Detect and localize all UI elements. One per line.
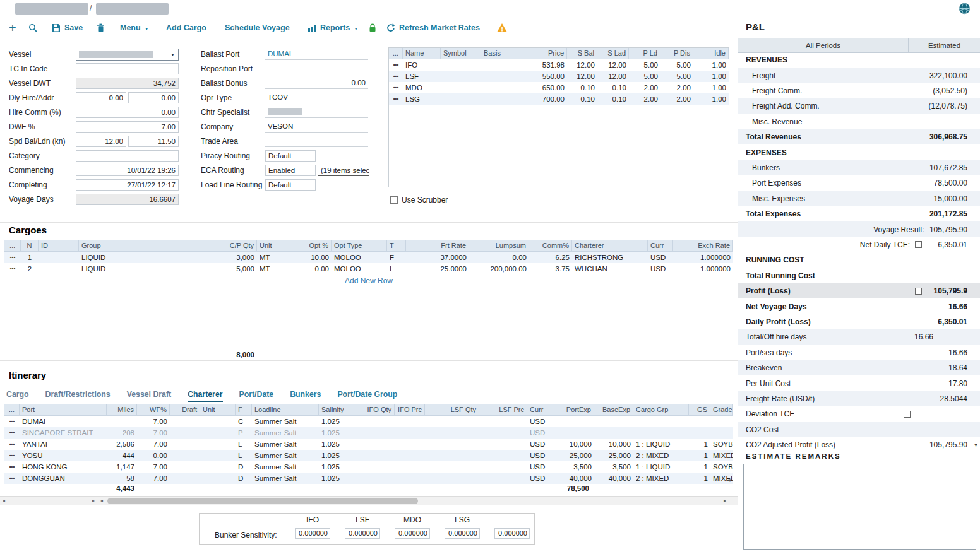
itinerary-row[interactable]: •••DUMAI7.00CSummer Salt1.025USD bbox=[4, 416, 733, 427]
hire-comm-field[interactable]: 0.00 bbox=[76, 107, 179, 118]
load-line-routing-field[interactable]: Default bbox=[265, 179, 316, 191]
row-menu-icon[interactable]: ••• bbox=[389, 71, 403, 82]
pnl-checkbox[interactable] bbox=[915, 241, 922, 248]
tab-port-date[interactable]: Port/Date bbox=[239, 390, 274, 402]
eca-routing-field[interactable]: Enabled bbox=[265, 165, 316, 176]
horizontal-scrollbar[interactable]: ◂ ▸ ◂ ▸ bbox=[0, 496, 738, 505]
scroll-down-icon[interactable]: ▼ bbox=[727, 478, 732, 483]
voyage-days-field[interactable]: 16.6607 bbox=[76, 194, 179, 205]
globe-icon[interactable] bbox=[959, 3, 971, 16]
bunker-grid-col-name[interactable]: Name bbox=[403, 48, 441, 59]
row-menu-icon[interactable]: ••• bbox=[389, 93, 403, 105]
sensitivity-value-field[interactable]: 0.000000 bbox=[445, 528, 480, 539]
scroll-right-icon[interactable]: ▸ bbox=[92, 498, 95, 504]
tc-in-code-field[interactable] bbox=[76, 63, 179, 74]
dly-hire-addr-field-2[interactable]: 0.00 bbox=[128, 92, 179, 103]
itin-table-col-port[interactable]: Port bbox=[20, 404, 107, 415]
vessel-dwt-field[interactable]: 34,752 bbox=[76, 78, 179, 89]
vessel-dropdown[interactable]: ▼ bbox=[76, 49, 179, 61]
tab-cargo[interactable]: Cargo bbox=[6, 390, 29, 402]
cargo-row[interactable]: •••2LIQUID5,000MT0.00MOLOOL25.0000200,00… bbox=[4, 263, 733, 274]
itin-table-col-[interactable]: ... bbox=[4, 404, 20, 415]
row-menu-icon[interactable]: ••• bbox=[4, 439, 20, 450]
row-menu-icon[interactable]: ••• bbox=[4, 252, 21, 263]
cargo-table-col-frt-rate[interactable]: Frt Rate bbox=[406, 240, 469, 251]
row-menu-icon[interactable]: ••• bbox=[4, 263, 21, 274]
trade-area-field[interactable] bbox=[265, 136, 368, 147]
bunker-grid-col-s-lad[interactable]: S Lad bbox=[597, 48, 629, 59]
pnl-estimated-header[interactable]: Estimated bbox=[909, 38, 980, 52]
itin-table-col-unit[interactable]: Unit bbox=[200, 404, 236, 415]
scroll-left-icon[interactable]: ◂ bbox=[100, 498, 103, 504]
search-button[interactable] bbox=[28, 18, 38, 38]
itin-table-col-f[interactable]: F bbox=[236, 404, 252, 415]
bunker-grid-col-idle[interactable]: Idle bbox=[693, 48, 729, 59]
sensitivity-value-field[interactable]: 0.000000 bbox=[395, 528, 430, 539]
spd-bal-ldn-kn-field-2[interactable]: 11.50 bbox=[128, 136, 179, 147]
itin-table-col-miles[interactable]: Miles bbox=[107, 404, 137, 415]
piracy-routing-field[interactable]: Default bbox=[265, 150, 316, 162]
bunker-row[interactable]: •••MDO650.000.100.102.002.001.00 bbox=[389, 82, 729, 93]
itin-table-col-grade[interactable]: Grade bbox=[710, 404, 733, 415]
breadcrumb-segment-redacted[interactable] bbox=[96, 3, 169, 15]
cargo-table-col-charterer[interactable]: Charterer bbox=[572, 240, 648, 251]
itin-table-col-ifo-prc[interactable]: IFO Prc bbox=[395, 404, 425, 415]
scroll-right-icon[interactable]: ▸ bbox=[724, 498, 726, 504]
delete-button[interactable] bbox=[97, 18, 105, 38]
row-menu-icon[interactable]: ••• bbox=[4, 416, 20, 427]
scroll-left-icon[interactable]: ◂ bbox=[3, 498, 5, 504]
bunker-grid-col-price[interactable]: Price bbox=[520, 48, 567, 59]
cargo-table-col-[interactable]: ... bbox=[4, 240, 21, 251]
tab-vessel-draft[interactable]: Vessel Draft bbox=[127, 390, 171, 402]
ballast-port-field[interactable]: DUMAI bbox=[265, 49, 368, 60]
cargo-table-col-t[interactable]: T bbox=[387, 240, 406, 251]
cargo-table-col-lumpsum[interactable]: Lumpsum bbox=[469, 240, 529, 251]
add-cargo-button[interactable]: Add Cargo bbox=[166, 18, 206, 38]
dwf-field[interactable]: 7.00 bbox=[76, 121, 179, 133]
itin-table-col-lsf-prc[interactable]: LSF Prc bbox=[479, 404, 527, 415]
cargo-table-col-c-p-qty[interactable]: C/P Qty bbox=[205, 240, 257, 251]
pnl-checkbox[interactable] bbox=[904, 411, 911, 418]
itin-table-col-salinity[interactable]: Salinity bbox=[319, 404, 354, 415]
cargo-table-col-opt-type[interactable]: Opt Type bbox=[332, 240, 387, 251]
tab-bunkers[interactable]: Bunkers bbox=[290, 390, 321, 402]
itin-table-col-loadline[interactable]: Loadline bbox=[252, 404, 319, 415]
company-field[interactable]: VESON bbox=[265, 121, 368, 133]
use-scrubber-row[interactable]: Use Scrubber bbox=[390, 196, 448, 204]
tab-draft-restrictions[interactable]: Draft/Restrictions bbox=[45, 390, 111, 402]
ballast-bonus-field[interactable]: 0.00 bbox=[265, 78, 368, 89]
opr-type-field[interactable]: TCOV bbox=[265, 92, 368, 103]
cargo-table-col-unit[interactable]: Unit bbox=[257, 240, 292, 251]
use-scrubber-checkbox[interactable] bbox=[390, 196, 398, 204]
chtr-specialist-field[interactable] bbox=[265, 107, 368, 118]
menu-button[interactable]: Menu ▼ bbox=[120, 18, 149, 38]
pnl-checkbox[interactable] bbox=[915, 288, 922, 295]
cargo-table-col-opt[interactable]: Opt % bbox=[292, 240, 332, 251]
reports-button[interactable]: Reports ▼ bbox=[308, 18, 358, 38]
itin-table-col-gs[interactable]: GS bbox=[689, 404, 710, 415]
row-menu-icon[interactable]: ••• bbox=[4, 473, 20, 484]
bunker-row[interactable]: •••IFO531.9812.0012.005.005.001.00 bbox=[389, 59, 729, 71]
itinerary-row[interactable]: •••HONG KONG1,1477.00DSummer Salt1.025US… bbox=[4, 461, 733, 473]
bunker-row[interactable]: •••LSG700.000.100.102.002.001.00 bbox=[389, 93, 729, 105]
itin-table-col-portexp[interactable]: PortExp bbox=[556, 404, 594, 415]
save-button[interactable]: Save bbox=[52, 18, 83, 38]
refresh-market-rates-button[interactable]: Refresh Market Rates bbox=[386, 18, 480, 38]
completing-field[interactable]: 27/01/22 12:17 bbox=[76, 179, 179, 191]
bunker-grid-col-[interactable]: ... bbox=[389, 48, 403, 59]
itin-table-col-ifo-qty[interactable]: IFO Qty bbox=[354, 404, 395, 415]
scroll-down-icon[interactable]: ▼ bbox=[974, 443, 978, 447]
itin-table-col-baseexp[interactable]: BaseExp bbox=[594, 404, 633, 415]
sensitivity-value-field[interactable]: 0.000000 bbox=[494, 528, 530, 539]
itin-table-col-lsf-qty[interactable]: LSF Qty bbox=[425, 404, 479, 415]
warning-button[interactable] bbox=[496, 18, 508, 38]
spd-bal-ldn-kn-field-1[interactable]: 12.00 bbox=[76, 136, 126, 147]
row-menu-icon[interactable]: ••• bbox=[389, 59, 403, 71]
scrollbar-thumb[interactable] bbox=[107, 498, 418, 504]
cargo-table-col-curr[interactable]: Curr bbox=[648, 240, 673, 251]
schedule-voyage-button[interactable]: Schedule Voyage bbox=[225, 18, 290, 38]
row-menu-icon[interactable]: ••• bbox=[4, 427, 20, 439]
lock-button[interactable] bbox=[369, 18, 376, 38]
bunker-grid-col-symbol[interactable]: Symbol bbox=[441, 48, 481, 59]
bunker-grid-col-p-ld[interactable]: P Ld bbox=[629, 48, 660, 59]
